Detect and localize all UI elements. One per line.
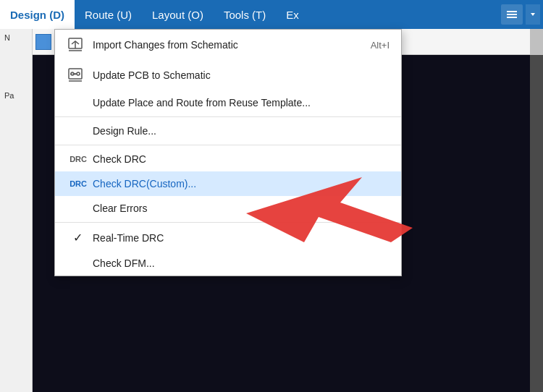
menu-item-clear-errors[interactable]: Clear Errors <box>55 196 401 221</box>
menu-layout[interactable]: Layout (O) <box>142 0 214 29</box>
menu-tools[interactable]: Tools (T) <box>214 0 276 29</box>
divider-1 <box>55 116 401 117</box>
real-time-drc-check-area: ✓ <box>67 231 93 244</box>
design-rule-label: Design Rule... <box>93 125 390 137</box>
menu-item-update-pcb[interactable]: PCB Update PCB to Schematic <box>55 60 401 90</box>
import-changes-label: Import Changes from Schematic <box>93 39 342 51</box>
real-time-drc-label: Real-Time DRC <box>93 232 390 244</box>
menu-item-update-place[interactable]: Update Place and Route from Reuse Templa… <box>55 90 401 115</box>
menu-item-check-drc-custom[interactable]: DRC Check DRC(Custom)... <box>55 171 401 196</box>
menu-item-check-dfm[interactable]: Check DFM... <box>55 251 401 276</box>
svg-point-9 <box>77 72 80 75</box>
check-dfm-label: Check DFM... <box>93 257 390 269</box>
svg-rect-2 <box>507 17 517 18</box>
side-panel-n: N <box>1 32 30 43</box>
scrollbar-right[interactable] <box>530 55 543 392</box>
import-icon <box>67 36 93 54</box>
menu-bar: Design (D) Route (U) Layout (O) Tools (T… <box>0 0 543 29</box>
update-pcb-icon: PCB <box>67 67 93 84</box>
drc-badge-2: DRC <box>67 179 93 188</box>
svg-text:PCB: PCB <box>70 72 77 76</box>
menu-item-import-changes[interactable]: Import Changes from Schematic Alt+I <box>55 30 401 60</box>
toolbar-color-selector[interactable] <box>35 34 51 50</box>
divider-2 <box>55 145 401 145</box>
update-pcb-label: Update PCB to Schematic <box>93 69 390 81</box>
design-dropdown: Import Changes from Schematic Alt+I PCB … <box>54 29 402 276</box>
toolbar-dropdown-arrow[interactable] <box>526 4 540 25</box>
side-panel-pa: Pa <box>1 90 30 101</box>
clear-errors-label: Clear Errors <box>93 203 390 214</box>
update-place-label: Update Place and Route from Reuse Templa… <box>93 97 390 108</box>
toolbar-icon-1[interactable] <box>501 4 523 25</box>
check-drc-icon-area: DRC <box>67 155 93 163</box>
svg-marker-3 <box>531 13 535 16</box>
check-drc-label: Check DRC <box>93 153 390 165</box>
menu-item-real-time-drc[interactable]: ✓ Real-Time DRC <box>55 224 401 251</box>
menu-ex[interactable]: Ex <box>276 0 309 29</box>
menu-item-check-drc[interactable]: DRC Check DRC <box>55 147 401 171</box>
svg-rect-0 <box>507 11 517 12</box>
side-panel: N Pa <box>0 29 33 392</box>
menu-design[interactable]: Design (D) <box>0 0 75 29</box>
divider-3 <box>55 222 401 223</box>
check-drc-custom-label: Check DRC(Custom)... <box>93 178 390 189</box>
menu-item-design-rule[interactable]: Design Rule... <box>55 119 401 143</box>
import-changes-shortcut: Alt+I <box>371 40 390 51</box>
svg-rect-1 <box>507 14 517 15</box>
check-drc-custom-icon-area: DRC <box>67 179 93 188</box>
checkmark-icon: ✓ <box>67 231 88 244</box>
drc-badge-1: DRC <box>67 155 93 163</box>
menu-route[interactable]: Route (U) <box>75 0 142 29</box>
